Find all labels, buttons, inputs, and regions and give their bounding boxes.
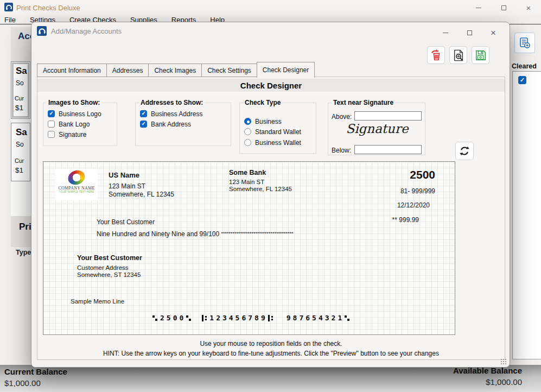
current-balance-label: Current Balance <box>4 367 67 376</box>
app-icon <box>4 3 13 11</box>
micr-line-field[interactable]: 2500 123456789 987654321 <box>152 314 352 322</box>
option-bank-address[interactable]: Bank Address <box>140 120 191 128</box>
maximize-button[interactable] <box>491 0 516 15</box>
close-icon: × <box>526 4 531 12</box>
amount-words-field[interactable]: Nine Hundred and Ninety Nine and 99/100 … <box>97 230 294 238</box>
add-document-icon <box>518 36 531 49</box>
logo-company-name: COMPANY NAME <box>55 186 98 191</box>
radio-icon[interactable] <box>244 128 251 135</box>
minimize-icon <box>443 33 448 33</box>
add-account-button[interactable] <box>514 33 535 53</box>
company-logo-swirl-icon <box>66 168 87 187</box>
memo-field[interactable]: Sample Memo Line <box>71 298 124 305</box>
tab-account-information[interactable]: Account Information <box>37 64 106 77</box>
signature-script-text: Signature <box>328 122 426 136</box>
payer-name-field[interactable]: US Name <box>109 171 139 179</box>
minimize-icon <box>476 8 481 8</box>
checkbox-icon[interactable] <box>48 121 55 128</box>
above-text-input[interactable] <box>354 111 422 121</box>
bank-address2-field[interactable]: Somewhere, FL 12345 <box>229 186 292 192</box>
account-name: Sa <box>16 127 27 138</box>
customer-name-field[interactable]: Your Best Customer <box>77 254 142 262</box>
micr-account: 987654321 <box>287 314 344 322</box>
option-label: Business Wallet <box>255 139 301 147</box>
option-bank-logo[interactable]: Bank Logo <box>48 120 90 128</box>
check-number-field[interactable]: 2500 <box>347 168 435 181</box>
amount-numeric-field[interactable]: ** 999.99 <box>336 216 419 224</box>
amount-words-text: Nine Hundred and Ninety Nine and 99/100 <box>97 230 219 238</box>
option-business-logo[interactable]: Business Logo <box>48 110 101 118</box>
group-label: Text near Signature <box>332 99 395 106</box>
cleared-checkbox[interactable] <box>518 76 526 84</box>
radio-business[interactable]: Business <box>244 117 282 125</box>
option-business-address[interactable]: Business Address <box>140 110 202 118</box>
checkbox-icon[interactable] <box>140 121 147 128</box>
micr-onus-icon <box>152 315 157 321</box>
save-disk-icon <box>475 49 487 61</box>
business-logo-field[interactable]: COMPANY NAME YOUR SAMPLE TEXT HERE <box>55 169 98 200</box>
add-manage-accounts-dialog: Add/Manage Accounts × <box>31 22 510 368</box>
amount-words-fill: ************************************** <box>221 231 294 236</box>
dialog-maximize-button[interactable] <box>457 24 481 41</box>
option-label: Bank Logo <box>59 121 90 128</box>
refresh-button[interactable] <box>455 142 474 160</box>
fraction-field[interactable]: 81- 999/999 <box>347 187 435 195</box>
dialog-close-button[interactable]: × <box>481 24 505 41</box>
payer-address2-field[interactable]: Somewhere, FL 12345 <box>109 191 174 198</box>
customer-address2-field[interactable]: Somewhere, ST 12345 <box>77 271 141 278</box>
main-window-controls: × <box>466 0 541 15</box>
customer-address1-field[interactable]: Customer Address <box>77 264 129 271</box>
main-titlebar: Print Checks Deluxe × <box>0 0 541 15</box>
tab-check-designer[interactable]: Check Designer <box>257 62 315 78</box>
payee-field[interactable]: Your Best Customer <box>97 218 155 226</box>
printed-heading: Pri <box>19 222 31 232</box>
menu-file[interactable]: File <box>0 16 23 24</box>
radio-standard-wallet[interactable]: Standard Wallet <box>244 128 301 136</box>
below-text-input[interactable] <box>354 145 422 154</box>
preview-button[interactable] <box>449 46 467 64</box>
account-balance-label: Cur <box>15 95 24 102</box>
tab-check-images[interactable]: Check Images <box>148 64 201 77</box>
radio-business-wallet[interactable]: Business Wallet <box>244 138 301 147</box>
dialog-window-controls: × <box>434 24 505 41</box>
balance-bar: Current Balance $1,000.00 Available Bala… <box>0 365 541 392</box>
delete-account-button[interactable] <box>427 46 445 64</box>
option-label: Business <box>255 118 282 125</box>
radio-icon[interactable] <box>244 118 251 125</box>
option-signature[interactable]: Signature <box>48 130 86 138</box>
dialog-tabs: Account Information Addresses Check Imag… <box>37 61 315 77</box>
cleared-cell <box>512 71 541 359</box>
payer-address1-field[interactable]: 123 Main ST <box>109 182 145 190</box>
option-label: Signature <box>59 131 86 138</box>
close-button[interactable]: × <box>516 0 541 15</box>
check-type-group: Check Type Business Standard Wallet Busi… <box>239 103 316 154</box>
maximize-icon <box>501 5 506 10</box>
save-button[interactable] <box>472 46 489 64</box>
account-sub: So <box>16 79 24 87</box>
current-balance-value: $1,000.00 <box>4 378 41 388</box>
micr-routing: 123456789 <box>209 314 267 322</box>
minimize-button[interactable] <box>466 0 491 15</box>
refresh-icon <box>459 146 470 156</box>
radio-icon[interactable] <box>244 139 251 146</box>
tab-addresses[interactable]: Addresses <box>106 64 149 77</box>
dialog-minimize-button[interactable] <box>434 24 457 41</box>
group-label: Addresses to Show: <box>139 99 205 106</box>
option-label: Bank Address <box>151 121 191 128</box>
group-label: Images to Show: <box>47 99 101 106</box>
account-card[interactable]: Sa So Cur $1 <box>11 123 30 181</box>
bank-name-field[interactable]: Some Bank <box>229 169 266 176</box>
preview-document-icon <box>453 49 464 61</box>
hint-line-1: Use your mouse to reposition fields on t… <box>37 340 505 347</box>
micr-onus-icon <box>345 315 349 321</box>
date-field[interactable]: 12/12/2020 <box>347 201 430 209</box>
checkbox-icon[interactable] <box>140 110 147 117</box>
checkbox-icon[interactable] <box>48 131 55 138</box>
checkbox-icon[interactable] <box>48 110 55 117</box>
tab-check-settings[interactable]: Check Settings <box>201 64 257 77</box>
resize-grip[interactable] <box>500 358 507 365</box>
account-card-selected[interactable]: Sa So Cur $1 <box>11 61 30 119</box>
account-balance-label: Cur <box>15 157 24 164</box>
screen: Print Checks Deluxe × File Settings Crea… <box>0 0 541 392</box>
bank-address1-field[interactable]: 123 Main ST <box>229 179 264 185</box>
